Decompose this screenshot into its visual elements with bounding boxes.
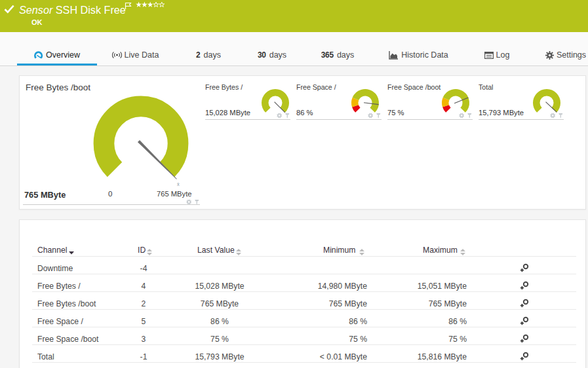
svg-text:x̄: x̄ <box>177 181 180 187</box>
